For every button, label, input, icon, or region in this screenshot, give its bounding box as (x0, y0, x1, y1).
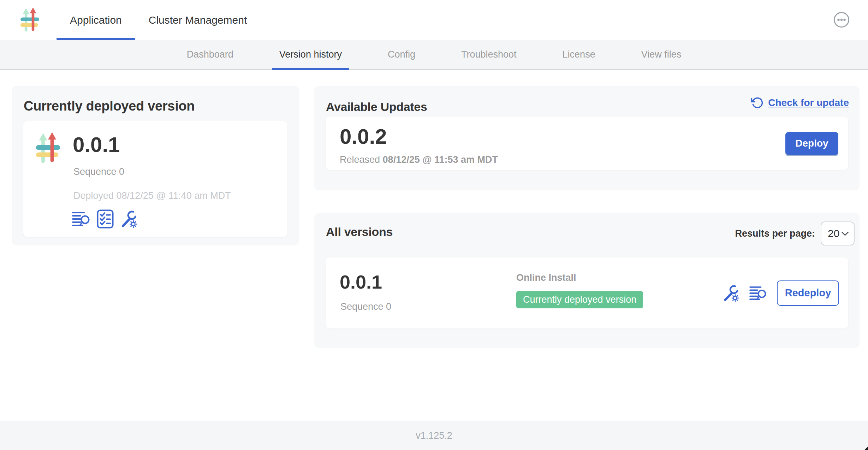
subnav-license-label: License (563, 49, 595, 60)
logs-icon (749, 286, 767, 301)
all-versions-title: All versions (326, 225, 393, 239)
subnav-view-files[interactable]: View files (634, 40, 689, 69)
results-per-page-select[interactable]: 20 (821, 221, 855, 245)
currently-deployed-title: Currently deployed version (24, 99, 195, 114)
row-version-number: 0.0.1 (340, 271, 382, 293)
current-version-deployed-date: Deployed 08/12/25 @ 11:40 am MDT (73, 190, 231, 201)
chevron-down-icon (841, 231, 849, 236)
subnav-version-history[interactable]: Version history (272, 40, 349, 69)
footer: v1.125.2 (0, 421, 868, 450)
logs-icon (72, 211, 90, 227)
header-tabs: Application Cluster Management (57, 0, 260, 40)
subnav-config-label: Config (388, 49, 415, 60)
view-logs-button[interactable] (749, 286, 767, 301)
preflight-checks-button[interactable] (97, 209, 114, 229)
header-menu-button[interactable] (833, 12, 850, 28)
subnav-license[interactable]: License (555, 40, 603, 69)
subnav-dashboard[interactable]: Dashboard (179, 40, 241, 69)
results-per-page-value: 20 (828, 227, 839, 239)
app-subnav: Dashboard Version history Config Trouble… (0, 40, 868, 70)
available-updates-title: Available Updates (326, 100, 427, 114)
version-row: 0.0.1 Sequence 0 Online Install Currentl… (326, 257, 848, 328)
view-logs-button[interactable] (72, 211, 90, 227)
available-updates-card: Available Updates Check for update 0.0.2… (314, 86, 860, 190)
row-install-type: Online Install (516, 272, 643, 283)
tab-application[interactable]: Application (57, 0, 135, 40)
deploy-button[interactable]: Deploy (785, 132, 838, 155)
subnav-troubleshoot[interactable]: Troubleshoot (454, 40, 524, 69)
app-logo-icon (20, 7, 39, 33)
results-per-page: Results per page: 20 (735, 221, 855, 245)
top-header: Application Cluster Management (0, 0, 868, 40)
results-per-page-label: Results per page: (735, 228, 815, 239)
all-versions-card: All versions Results per page: 20 0.0.1 … (314, 213, 860, 348)
current-version-sequence: Sequence 0 (73, 166, 124, 177)
available-update-row: 0.0.2 Released 08/12/25 @ 11:53 am MDT D… (326, 117, 848, 170)
subnav-config[interactable]: Config (380, 40, 423, 69)
subnav-dashboard-label: Dashboard (187, 49, 233, 60)
subnav-view-files-label: View files (641, 49, 682, 60)
currently-deployed-badge: Currently deployed version (516, 291, 643, 308)
screen-corner-artifact (864, 446, 868, 450)
update-released-line: Released 08/12/25 @ 11:53 am MDT (340, 154, 498, 165)
tab-cluster-management[interactable]: Cluster Management (135, 0, 260, 40)
edit-config-button[interactable] (120, 210, 138, 228)
subnav-troubleshoot-label: Troubleshoot (461, 49, 517, 60)
subnav-version-history-label: Version history (279, 49, 342, 60)
current-version-number: 0.0.1 (73, 132, 120, 157)
console-version-label: v1.125.2 (416, 430, 452, 441)
config-icon (723, 285, 739, 302)
check-for-update-link[interactable]: Check for update (751, 96, 849, 109)
refresh-icon (751, 96, 764, 109)
ellipsis-icon (833, 12, 850, 28)
current-version-actions (72, 209, 138, 229)
update-info: 0.0.2 Released 08/12/25 @ 11:53 am MDT (340, 124, 498, 165)
redeploy-button[interactable]: Redeploy (777, 280, 839, 306)
currently-deployed-panel: 0.0.1 Sequence 0 Deployed 08/12/25 @ 11:… (23, 121, 287, 237)
released-date: 08/12/25 @ 11:53 am MDT (383, 154, 498, 165)
app-logo-icon (36, 132, 60, 165)
update-version-number: 0.0.2 (340, 124, 498, 149)
edit-config-button[interactable] (723, 285, 739, 302)
check-for-update-label: Check for update (768, 97, 849, 108)
currently-deployed-card: Currently deployed version 0.0.1 Sequenc… (12, 86, 299, 245)
row-actions: Redeploy (723, 280, 839, 306)
row-install-info: Online Install Currently deployed versio… (516, 272, 643, 308)
row-version-sequence: Sequence 0 (340, 301, 391, 312)
preflight-checks-icon (97, 209, 114, 229)
released-prefix: Released (340, 154, 380, 165)
tab-application-label: Application (70, 14, 122, 26)
tab-cluster-management-label: Cluster Management (149, 14, 247, 26)
config-icon (120, 210, 138, 228)
